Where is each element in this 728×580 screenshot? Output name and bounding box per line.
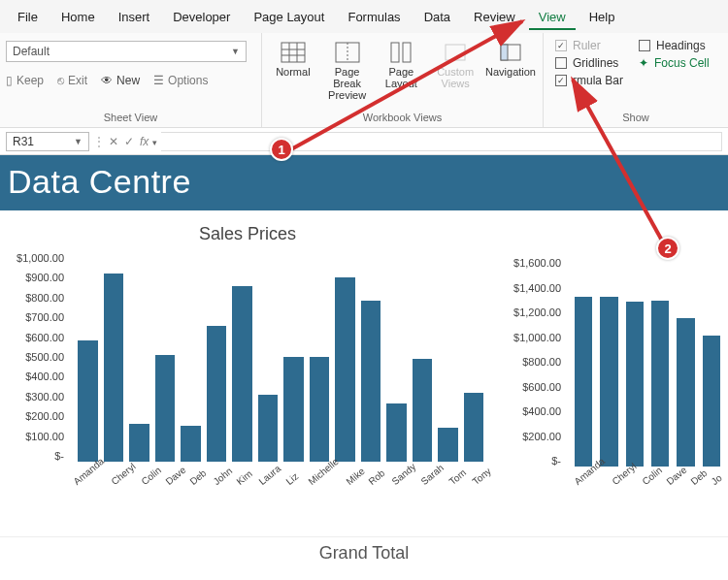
name-box[interactable]: R31 ▼	[6, 132, 89, 151]
y-axis-labels: $1,600.00$1,400.00$1,200.00$1,000.00$800…	[505, 257, 567, 467]
x-axis-labels: AmandaCherylColinDaveDebJo	[571, 480, 724, 538]
checkbox-icon	[555, 75, 567, 86]
bar	[361, 301, 381, 462]
menu-bar: File Home Insert Developer Page Layout F…	[0, 0, 728, 33]
menu-insert[interactable]: Insert	[109, 4, 160, 30]
sheetview-selector-label: Default	[13, 45, 50, 58]
page-title: Data Centre	[0, 155, 728, 210]
menu-formulas[interactable]: Formulas	[338, 4, 410, 30]
svg-rect-7	[391, 43, 399, 62]
bar	[129, 424, 149, 462]
formula-bar: R31 ▼ ⋮ ✕ ✓ fx ▾	[0, 128, 728, 155]
bar	[626, 302, 644, 467]
chevron-down-icon: ▼	[74, 137, 83, 146]
headings-checkbox[interactable]: Headings	[639, 39, 710, 52]
bar	[207, 326, 227, 462]
menu-page-layout[interactable]: Page Layout	[244, 4, 334, 30]
chart-bars	[575, 257, 720, 467]
menu-view[interactable]: View	[529, 4, 576, 30]
bar	[464, 393, 484, 462]
bar	[310, 357, 330, 462]
grand-total-title: Grand Total	[0, 536, 728, 569]
bar	[155, 355, 176, 462]
normal-view-button[interactable]: Normal	[268, 37, 318, 81]
chart-secondary: $1,600.00$1,400.00$1,200.00$1,000.00$800…	[501, 230, 728, 531]
ribbon: Default ▼ ▯Keep ⎋Exit 👁New ☰Options Shee…	[0, 33, 728, 128]
bar	[651, 301, 669, 467]
bar	[181, 426, 201, 462]
exit-icon: ⎋	[57, 74, 64, 87]
focus-cell-icon: ✦	[639, 56, 648, 70]
checkbox-icon	[555, 57, 567, 69]
bar	[677, 318, 694, 467]
group-label-show: Show	[549, 110, 722, 125]
charts-area: Sales Prices $1,000.00$900.00$800.00$700…	[0, 210, 728, 569]
chart-title: Sales Prices	[0, 224, 495, 244]
pagebreak-button[interactable]: Page Break Preview	[322, 37, 373, 105]
bar	[258, 395, 279, 462]
bar	[413, 359, 433, 462]
enter-icon[interactable]: ✓	[124, 135, 134, 148]
bar	[232, 286, 252, 462]
x-axis-labels: AmandaCherylColinDaveDebJohnKimLauraLizM…	[70, 480, 491, 538]
keep-button[interactable]: ▯Keep	[6, 74, 44, 87]
eye-icon: 👁	[101, 74, 113, 87]
sheetview-selector[interactable]: Default ▼	[6, 41, 247, 62]
new-button[interactable]: 👁New	[101, 74, 140, 87]
bar	[703, 336, 720, 467]
menu-data[interactable]: Data	[414, 4, 460, 30]
bar	[575, 297, 592, 467]
options-button[interactable]: ☰Options	[153, 74, 208, 87]
customviews-button[interactable]: Custom Views	[430, 37, 480, 93]
bar	[335, 277, 355, 462]
bar	[283, 357, 304, 462]
bar	[438, 428, 458, 462]
cancel-icon[interactable]: ✕	[109, 135, 118, 148]
menu-review[interactable]: Review	[464, 4, 525, 30]
gridlines-checkbox[interactable]: Gridlines	[555, 56, 623, 70]
focus-cell-button[interactable]: ✦Focus Cell	[639, 56, 710, 70]
svg-rect-11	[501, 45, 508, 60]
chart-sales-prices: Sales Prices $1,000.00$900.00$800.00$700…	[0, 210, 495, 531]
menu-developer[interactable]: Developer	[163, 4, 240, 30]
chevron-down-icon: ▼	[231, 47, 240, 56]
bar	[600, 297, 617, 467]
ruler-checkbox[interactable]: Ruler	[555, 39, 623, 52]
y-axis-labels: $1,000.00$900.00$800.00$700.00$600.00$50…	[8, 252, 70, 462]
bar	[78, 340, 98, 462]
bar	[386, 403, 407, 462]
menu-help[interactable]: Help	[579, 4, 625, 30]
formula-input[interactable]	[161, 132, 722, 151]
fx-icon[interactable]: fx ▾	[140, 135, 157, 148]
pagelayout-button[interactable]: Page Layout	[377, 37, 427, 93]
menu-home[interactable]: Home	[51, 4, 105, 30]
formulabar-checkbox[interactable]: rmula Bar	[555, 74, 623, 87]
group-label-workbook: Workbook Views	[268, 110, 537, 125]
normal-view-icon	[280, 41, 307, 64]
svg-rect-0	[281, 43, 305, 62]
checkbox-icon	[555, 40, 567, 51]
svg-rect-8	[403, 43, 411, 62]
bookmark-icon: ▯	[6, 74, 13, 87]
group-label-sheetview: Sheet View	[6, 110, 255, 125]
list-icon: ☰	[153, 74, 164, 87]
navigation-icon	[497, 41, 524, 64]
menu-file[interactable]: File	[8, 4, 48, 30]
chart-bars	[78, 252, 483, 462]
exit-button[interactable]: ⎋Exit	[57, 74, 87, 87]
bar	[104, 274, 124, 462]
pagelayout-icon	[387, 41, 414, 64]
customviews-icon	[442, 41, 469, 64]
checkbox-icon	[639, 40, 650, 51]
navigation-button[interactable]: Navigation	[484, 37, 537, 81]
pagebreak-icon	[334, 41, 361, 64]
svg-rect-9	[446, 45, 465, 60]
